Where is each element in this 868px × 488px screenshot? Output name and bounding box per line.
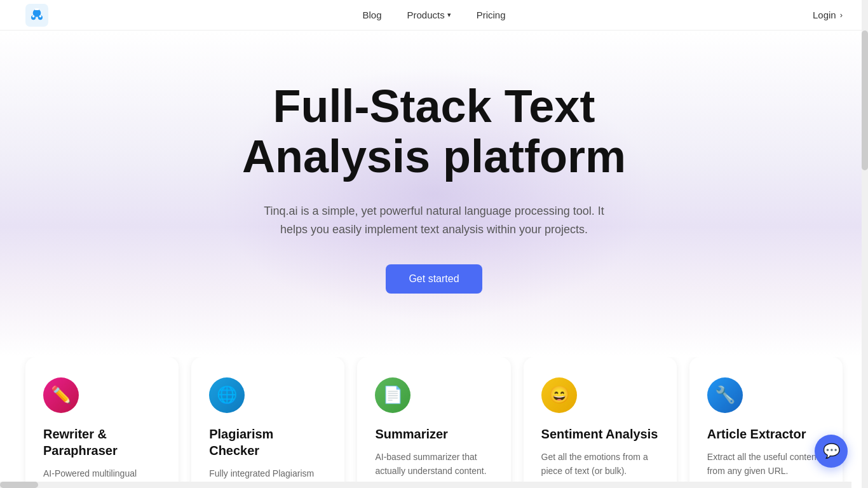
h-scrollbar-thumb[interactable] bbox=[0, 482, 38, 488]
card-rewriter[interactable]: ✏️ Rewriter & Paraphraser AI-Powered mul… bbox=[25, 357, 179, 488]
card-extractor[interactable]: 🔧 Article Extractor Extract all the usef… bbox=[689, 357, 843, 488]
hero-section: Full-Stack Text Analysis platform Tinq.a… bbox=[0, 30, 868, 357]
svg-point-5 bbox=[32, 15, 35, 18]
svg-rect-4 bbox=[34, 8, 39, 10]
login-chevron-icon: › bbox=[840, 10, 843, 20]
nav-pricing-link[interactable]: Pricing bbox=[477, 10, 506, 20]
card-icon-plagiarism: 🌐 bbox=[209, 377, 245, 413]
navbar: Blog Products ▾ Pricing Login › bbox=[0, 0, 868, 30]
card-desc-extractor: Extract all the useful content from any … bbox=[707, 450, 825, 478]
hero-title: Full-Stack Text Analysis platform bbox=[25, 81, 843, 182]
card-icon-summarizer: 📄 bbox=[375, 377, 410, 413]
card-icon-extractor: 🔧 bbox=[707, 377, 743, 413]
card-desc-sentiment: Get all the emotions from a piece of tex… bbox=[541, 450, 659, 478]
nav-links: Blog Products ▾ Pricing bbox=[362, 10, 505, 20]
products-dropdown-arrow: ▾ bbox=[447, 11, 451, 19]
scrollbar-thumb[interactable] bbox=[862, 30, 868, 170]
card-title-sentiment: Sentiment Analysis bbox=[541, 426, 659, 442]
nav-products-link[interactable]: Products ▾ bbox=[407, 10, 451, 20]
login-label: Login bbox=[813, 10, 836, 20]
nav-blog-link[interactable]: Blog bbox=[362, 10, 381, 20]
site-logo bbox=[25, 4, 48, 27]
card-icon-sentiment: 😄 bbox=[541, 377, 577, 413]
card-title-rewriter: Rewriter & Paraphraser bbox=[43, 426, 161, 459]
card-title-plagiarism: Plagiarism Checker bbox=[209, 426, 327, 459]
card-plagiarism[interactable]: 🌐 Plagiarism Checker Fully integrated Pl… bbox=[191, 357, 344, 488]
card-title-summarizer: Summarizer bbox=[375, 426, 492, 442]
horizontal-scrollbar[interactable] bbox=[0, 482, 851, 488]
card-summarizer[interactable]: 📄 Summarizer AI-based summarizer that ac… bbox=[357, 357, 510, 488]
card-sentiment[interactable]: 😄 Sentiment Analysis Get all the emotion… bbox=[524, 357, 677, 488]
get-started-button[interactable]: Get started bbox=[386, 264, 482, 294]
card-icon-rewriter: ✏️ bbox=[43, 377, 79, 413]
hero-subtitle: Tinq.ai is a simple, yet powerful natura… bbox=[256, 202, 612, 239]
nav-login[interactable]: Login › bbox=[813, 10, 843, 20]
card-desc-summarizer: AI-based summarizer that actually unders… bbox=[375, 450, 492, 478]
card-title-extractor: Article Extractor bbox=[707, 426, 825, 442]
product-cards-section: ✏️ Rewriter & Paraphraser AI-Powered mul… bbox=[0, 357, 868, 488]
svg-point-6 bbox=[39, 15, 42, 18]
vertical-scrollbar[interactable] bbox=[862, 0, 868, 488]
chat-icon: 💬 bbox=[823, 443, 840, 459]
chat-button[interactable]: 💬 bbox=[815, 435, 848, 468]
nav-logo-area bbox=[25, 4, 48, 27]
